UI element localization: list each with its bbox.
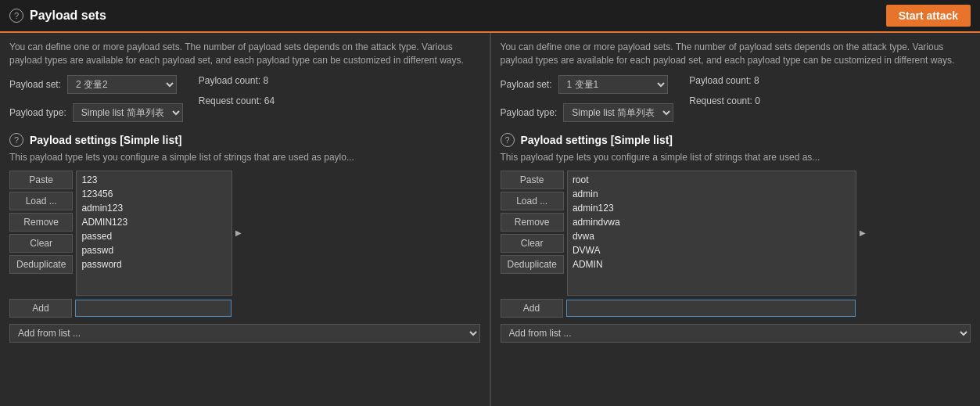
panel2-settings-desc: This payload type lets you configure a s… bbox=[501, 152, 971, 163]
list-item[interactable]: admin bbox=[569, 187, 854, 201]
list-item[interactable]: password bbox=[78, 257, 230, 271]
panel2-bottom-row: Add from list ... bbox=[501, 321, 971, 343]
panel1-add-row: Add bbox=[9, 299, 480, 318]
list-item[interactable]: 123456 bbox=[78, 187, 230, 201]
panel2-list-box[interactable]: rootadminadmin123admindvwadvwaDVWAADMIN bbox=[567, 171, 856, 296]
panel1-description: You can define one or more payload sets.… bbox=[9, 41, 480, 67]
list-item[interactable]: admin123 bbox=[569, 201, 854, 215]
panel2-deduplicate-button[interactable]: Deduplicate bbox=[501, 255, 564, 274]
panel2-config: Payload set: 1 变量1 Payload type: Simple … bbox=[501, 75, 971, 127]
panel2-settings-title: Payload settings [Simple list] bbox=[521, 134, 673, 146]
panel2-settings-header: ? Payload settings [Simple list] bbox=[501, 133, 971, 147]
help-icon[interactable]: ? bbox=[9, 9, 23, 23]
panel2-type-select[interactable]: Simple list 简单列表 bbox=[563, 103, 673, 122]
panel2-remove-button[interactable]: Remove bbox=[501, 213, 564, 232]
panel1-add-button[interactable]: Add bbox=[9, 299, 72, 318]
panel2-count-row: Payload count: 8 bbox=[689, 75, 760, 86]
panel1-set-select[interactable]: 2 变量2 bbox=[67, 75, 177, 94]
panel2-request-row: Request count: 0 bbox=[689, 95, 760, 106]
panel1-clear-button[interactable]: Clear bbox=[9, 234, 73, 253]
panel2-count-label: Payload count: 8 bbox=[689, 75, 759, 86]
list-item[interactable]: passwd bbox=[78, 243, 230, 257]
panel2-add-input[interactable] bbox=[566, 300, 856, 317]
list-item[interactable]: dvwa bbox=[569, 229, 854, 243]
panel1-list-editor: Paste Load ... Remove Clear Deduplicate … bbox=[9, 171, 480, 296]
panel2-type-row: Payload type: Simple list 简单列表 bbox=[501, 103, 674, 122]
panel1-request-label: Request count: 64 bbox=[199, 95, 275, 106]
panel1-settings-header: ? Payload settings [Simple list] bbox=[9, 133, 480, 147]
panel1-paste-button[interactable]: Paste bbox=[9, 171, 73, 189]
panel1-config: Payload set: 2 变量2 Payload type: Simple … bbox=[9, 75, 480, 127]
top-bar: ? Payload sets Start attack bbox=[0, 0, 980, 33]
panel1-settings-desc: This payload type lets you configure a s… bbox=[9, 152, 480, 163]
panel1-list-buttons: Paste Load ... Remove Clear Deduplicate bbox=[9, 171, 73, 296]
panel2-paste-button[interactable]: Paste bbox=[501, 171, 564, 189]
panel1-deduplicate-button[interactable]: Deduplicate bbox=[9, 255, 73, 274]
start-attack-button[interactable]: Start attack bbox=[886, 5, 971, 27]
panel-1: You can define one or more payload sets.… bbox=[0, 33, 490, 406]
top-bar-left: ? Payload sets bbox=[9, 9, 106, 23]
panel2-list-editor: Paste Load ... Remove Clear Deduplicate … bbox=[501, 171, 971, 296]
list-item[interactable]: root bbox=[569, 173, 854, 187]
list-item[interactable]: admin123 bbox=[78, 201, 230, 215]
panel2-scroll-arrow: ▶ bbox=[860, 228, 866, 237]
panel1-add-from-list[interactable]: Add from list ... bbox=[9, 324, 480, 343]
list-item[interactable]: ADMIN bbox=[569, 257, 854, 271]
panel1-settings-help-icon[interactable]: ? bbox=[9, 133, 23, 147]
list-item[interactable]: 123 bbox=[78, 173, 230, 187]
panel2-add-from-list[interactable]: Add from list ... bbox=[501, 324, 971, 343]
panel2-request-label: Request count: 0 bbox=[689, 95, 760, 106]
page-title: Payload sets bbox=[30, 9, 106, 23]
panel1-scroll-arrow: ▶ bbox=[235, 228, 242, 237]
panel1-type-label: Payload type: bbox=[9, 107, 66, 118]
panel1-type-row: Payload type: Simple list 简单列表 bbox=[9, 103, 183, 122]
panel1-count-row: Payload count: 8 bbox=[199, 75, 275, 86]
panel1-settings-title: Payload settings [Simple list] bbox=[30, 134, 182, 146]
panel-2: You can define one or more payload sets.… bbox=[491, 33, 981, 406]
list-item[interactable]: ADMIN123 bbox=[78, 215, 230, 229]
panel2-add-row: Add bbox=[501, 299, 971, 318]
panel1-list-box[interactable]: 123123456admin123ADMIN123passedpasswdpas… bbox=[76, 171, 232, 296]
list-item[interactable]: DVWA bbox=[569, 243, 854, 257]
panel2-set-row: Payload set: 1 变量1 bbox=[501, 75, 674, 94]
panel1-set-label: Payload set: bbox=[9, 79, 61, 90]
panel2-set-select[interactable]: 1 变量1 bbox=[558, 75, 668, 94]
panel1-bottom-row: Add from list ... bbox=[9, 321, 480, 343]
panel2-load-button[interactable]: Load ... bbox=[501, 192, 564, 210]
panel2-description: You can define one or more payload sets.… bbox=[501, 41, 971, 67]
panel2-settings-help-icon[interactable]: ? bbox=[501, 133, 515, 147]
panel2-list-buttons: Paste Load ... Remove Clear Deduplicate bbox=[501, 171, 564, 296]
panel1-type-select[interactable]: Simple list 简单列表 bbox=[73, 103, 183, 122]
list-item[interactable]: passed bbox=[78, 229, 230, 243]
panel1-request-row: Request count: 64 bbox=[199, 95, 275, 106]
panel2-set-label: Payload set: bbox=[501, 79, 552, 90]
panel2-type-label: Payload type: bbox=[501, 107, 558, 118]
panel1-count-label: Payload count: 8 bbox=[199, 75, 268, 86]
panel1-set-row: Payload set: 2 变量2 bbox=[9, 75, 183, 94]
main-content: You can define one or more payload sets.… bbox=[0, 33, 980, 406]
panel2-clear-button[interactable]: Clear bbox=[501, 234, 564, 253]
list-item[interactable]: admindvwa bbox=[569, 215, 854, 229]
panel1-add-input[interactable] bbox=[75, 300, 232, 317]
panel1-load-button[interactable]: Load ... bbox=[9, 192, 73, 210]
panel1-remove-button[interactable]: Remove bbox=[9, 213, 73, 232]
panel2-add-button[interactable]: Add bbox=[501, 299, 563, 318]
